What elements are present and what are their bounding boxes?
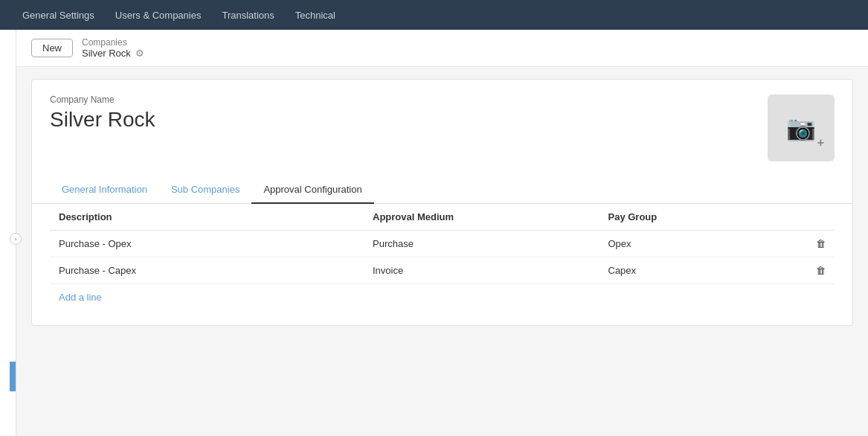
tab-sub-companies[interactable]: Sub Companies [159, 176, 252, 204]
col-header-approval-medium: Approval Medium [364, 204, 599, 231]
col-header-description: Description [50, 204, 364, 231]
breadcrumb-area: New Companies Silver Rock ⚙ [16, 30, 868, 67]
company-name-section: Company Name Silver Rock [50, 94, 155, 132]
page-layout: › New Companies Silver Rock ⚙ Company Na… [0, 30, 868, 436]
table-row: Purchase - Capex Invoice Capex 🗑 [50, 257, 835, 284]
main-content: New Companies Silver Rock ⚙ Company Name… [16, 30, 868, 436]
approval-table: Description Approval Medium Pay Group Pu… [50, 204, 835, 284]
gear-icon[interactable]: ⚙ [135, 48, 144, 59]
company-name-value: Silver Rock [50, 108, 155, 132]
table-header-row: Description Approval Medium Pay Group [50, 204, 835, 231]
tab-general-information[interactable]: General Information [50, 176, 159, 204]
row1-pay-group[interactable]: Opex [599, 231, 796, 257]
company-form-card: Company Name Silver Rock 📷 + General Inf… [31, 79, 853, 326]
tab-approval-configuration[interactable]: Approval Configuration [251, 176, 373, 204]
nav-technical[interactable]: Technical [285, 0, 346, 30]
breadcrumb-parent[interactable]: Companies [82, 37, 144, 48]
table-row: Purchase - Opex Purchase Opex 🗑 [50, 231, 835, 257]
camera-plus-icon: + [817, 136, 824, 150]
col-header-action [795, 204, 835, 231]
nav-general-settings[interactable]: General Settings [12, 0, 105, 30]
row1-delete-button[interactable]: 🗑 [795, 231, 835, 257]
camera-icon: 📷 [786, 114, 816, 142]
add-line-button[interactable]: Add a line [50, 284, 111, 310]
nav-translations[interactable]: Translations [211, 0, 284, 30]
sidebar-accent-bar [10, 362, 16, 391]
row2-description[interactable]: Purchase - Capex [50, 257, 364, 284]
company-logo-upload[interactable]: 📷 + [768, 94, 835, 161]
sidebar: › [0, 30, 16, 436]
row2-pay-group[interactable]: Capex [599, 257, 796, 284]
breadcrumb: Companies Silver Rock ⚙ [82, 37, 144, 59]
row1-description[interactable]: Purchase - Opex [50, 231, 364, 257]
col-header-pay-group: Pay Group [599, 204, 796, 231]
form-tabs: General Information Sub Companies Approv… [32, 176, 852, 204]
row2-delete-button[interactable]: 🗑 [795, 257, 835, 284]
form-header: Company Name Silver Rock 📷 + [32, 80, 852, 170]
company-name-label: Company Name [50, 94, 155, 105]
approval-table-wrapper: Description Approval Medium Pay Group Pu… [32, 204, 852, 325]
breadcrumb-current-label: Silver Rock [82, 48, 131, 59]
nav-users-companies[interactable]: Users & Companies [105, 0, 212, 30]
row1-approval-medium[interactable]: Purchase [364, 231, 599, 257]
new-button[interactable]: New [31, 39, 73, 57]
top-navigation: General Settings Users & Companies Trans… [0, 0, 868, 30]
row2-approval-medium[interactable]: Invoice [364, 257, 599, 284]
breadcrumb-current: Silver Rock ⚙ [82, 48, 144, 59]
sidebar-toggle[interactable]: › [10, 233, 22, 245]
